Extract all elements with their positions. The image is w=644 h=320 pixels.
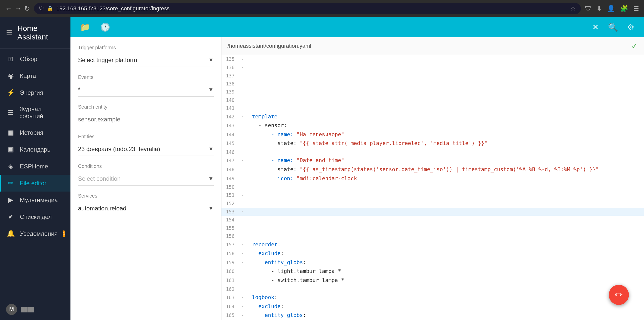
close-button[interactable]: ✕ xyxy=(590,20,601,34)
line-content: entity_globs: xyxy=(246,311,644,320)
content-area: Trigger platforms Select trigger platfor… xyxy=(70,37,644,320)
search-entity-input[interactable] xyxy=(78,113,214,126)
shield-icon: 🛡 xyxy=(39,6,44,12)
line-number: 157 xyxy=(221,241,240,248)
sidebar-item-overview[interactable]: ⊞ Обзор xyxy=(0,51,70,67)
sidebar-footer: M ████ xyxy=(0,299,70,320)
table-row: 144 - name: "На телевизоре" xyxy=(221,130,644,139)
sidebar-item-energy[interactable]: ⚡ Энергия xyxy=(0,84,70,101)
forward-button[interactable]: → xyxy=(15,5,22,13)
line-content: exclude: xyxy=(246,249,644,258)
clock-icon: 🕐 xyxy=(100,22,110,32)
fab-edit-button[interactable]: ✏ xyxy=(609,285,629,305)
conditions-select[interactable]: Select condition ▼ xyxy=(78,172,214,186)
line-content: - switch.tambur_lampa_* xyxy=(246,276,644,285)
table-row: 147· - name: "Date and time" xyxy=(221,156,644,165)
lock-icon: 🔒 xyxy=(47,6,53,12)
line-gutter: · xyxy=(240,56,246,63)
services-label: Services xyxy=(78,193,214,199)
code-editor[interactable]: 135·136·137 138 139 140 141 142· templat… xyxy=(221,55,644,320)
extensions-icon[interactable]: 🧩 xyxy=(620,5,628,13)
sidebar-item-label-file-editor: File editor xyxy=(20,180,46,187)
sidebar-menu-button[interactable]: ☰ xyxy=(6,29,12,37)
sidebar-item-file-editor[interactable]: ✏ File editor xyxy=(0,175,70,192)
table-row: 149 icon: "mdi:calendar-clock" xyxy=(221,174,644,183)
sidebar-item-tasks[interactable]: ✔ Списки дел xyxy=(0,208,70,225)
sidebar-item-notifications[interactable]: 🔔 Уведомления 1 xyxy=(0,225,70,242)
sidebar-item-multimedia[interactable]: ▶ Мультимедиа xyxy=(0,192,70,208)
table-row: 154 xyxy=(221,216,644,224)
nav-buttons: ← → ↻ xyxy=(5,5,30,13)
table-row: 160 - light.tambur_lampa_* xyxy=(221,267,644,276)
pocket-icon[interactable]: 🛡 xyxy=(585,5,591,13)
settings-button[interactable]: ⚙ xyxy=(625,20,636,34)
address-bar[interactable]: 🛡 🔒 192.168.165.5:8123/core_configurator… xyxy=(34,3,581,14)
sidebar-item-map[interactable]: ◉ Карта xyxy=(0,67,70,84)
sidebar-header: ☰ Home Assistant xyxy=(0,17,70,49)
table-row: 156 xyxy=(221,232,644,240)
multimedia-icon: ▶ xyxy=(7,196,15,204)
services-value: automation.reload xyxy=(78,205,126,212)
calendar-icon: ▣ xyxy=(7,146,15,153)
line-content: - light.tambur_lampa_* xyxy=(246,267,644,276)
search-button[interactable]: 🔍 xyxy=(606,20,620,34)
user-info: ████ xyxy=(21,307,34,312)
sidebar-item-journal[interactable]: ☰ Журнал событий xyxy=(0,101,70,124)
line-content: exclude: xyxy=(246,302,644,311)
services-section: Services automation.reload ▼ xyxy=(70,193,221,223)
line-content: - name: "Date and time" xyxy=(246,156,644,165)
entities-chevron-icon: ▼ xyxy=(208,146,214,152)
sidebar-item-label-calendar: Календарь xyxy=(20,146,50,153)
line-number: 158 xyxy=(221,250,240,257)
avatar[interactable]: M xyxy=(6,304,17,315)
line-number: 137 xyxy=(221,72,240,79)
line-number: 155 xyxy=(221,224,240,232)
browser-actions: 🛡 ⬇ 👤 🧩 ☰ xyxy=(585,5,639,13)
top-bar: 📁 🕐 ✕ 🔍 ⚙ xyxy=(70,17,644,37)
sidebar-item-label-journal: Журнал событий xyxy=(19,106,64,120)
line-content: template: xyxy=(246,113,644,121)
ok-icon: ✓ xyxy=(631,41,638,51)
line-number: 150 xyxy=(221,183,240,191)
sidebar-title: Home Assistant xyxy=(17,24,64,41)
download-icon[interactable]: ⬇ xyxy=(596,5,602,13)
table-row: 138 xyxy=(221,80,644,88)
star-icon[interactable]: ☆ xyxy=(570,5,576,12)
entities-label: Entities xyxy=(78,134,214,140)
overview-icon: ⊞ xyxy=(7,55,15,63)
reload-button[interactable]: ↻ xyxy=(24,5,30,13)
table-row: 158· exclude: xyxy=(221,249,644,258)
sidebar-item-label-history: История xyxy=(20,129,43,136)
line-number: 151 xyxy=(221,191,240,199)
profile-icon[interactable]: 👤 xyxy=(607,5,615,13)
line-gutter: · xyxy=(240,303,246,310)
conditions-section: Conditions Select condition ▼ xyxy=(70,163,221,193)
table-row: 142· template: xyxy=(221,112,644,121)
line-content: state: "{{ state_attr('media_player.libr… xyxy=(246,139,644,148)
line-content: logbook: xyxy=(246,293,644,302)
line-gutter: · xyxy=(240,113,246,121)
sidebar-item-history[interactable]: ▦ История xyxy=(0,124,70,141)
sidebar-item-calendar[interactable]: ▣ Календарь xyxy=(0,141,70,158)
history-button[interactable]: 🕐 xyxy=(98,20,112,34)
events-select[interactable]: * ▼ xyxy=(78,83,214,97)
sidebar-item-label-multimedia: Мультимедиа xyxy=(20,197,58,204)
line-gutter: · xyxy=(240,259,246,266)
services-select[interactable]: automation.reload ▼ xyxy=(78,202,214,215)
line-gutter: · xyxy=(240,208,246,216)
table-row: 143 - sensor: xyxy=(221,121,644,130)
right-panel: /homeassistant/configuration.yaml ✓ 135·… xyxy=(221,37,644,320)
sidebar-item-esphome[interactable]: ◈ ESPHome xyxy=(0,158,70,175)
back-button[interactable]: ← xyxy=(5,5,12,13)
line-gutter: · xyxy=(240,241,246,249)
line-gutter: · xyxy=(240,192,246,199)
folder-button[interactable]: 📁 xyxy=(78,20,92,34)
line-number: 163 xyxy=(221,294,240,301)
line-number: 135 xyxy=(221,55,240,63)
menu-icon[interactable]: ☰ xyxy=(633,5,639,13)
browser-chrome: ← → ↻ 🛡 🔒 192.168.165.5:8123/core_config… xyxy=(0,0,644,17)
line-number: 140 xyxy=(221,96,240,104)
entities-select[interactable]: 23 февраля (todo.23_fevralia) ▼ xyxy=(78,143,214,156)
trigger-select[interactable]: Select trigger platform ▼ xyxy=(78,54,214,67)
services-chevron-icon: ▼ xyxy=(208,205,214,212)
